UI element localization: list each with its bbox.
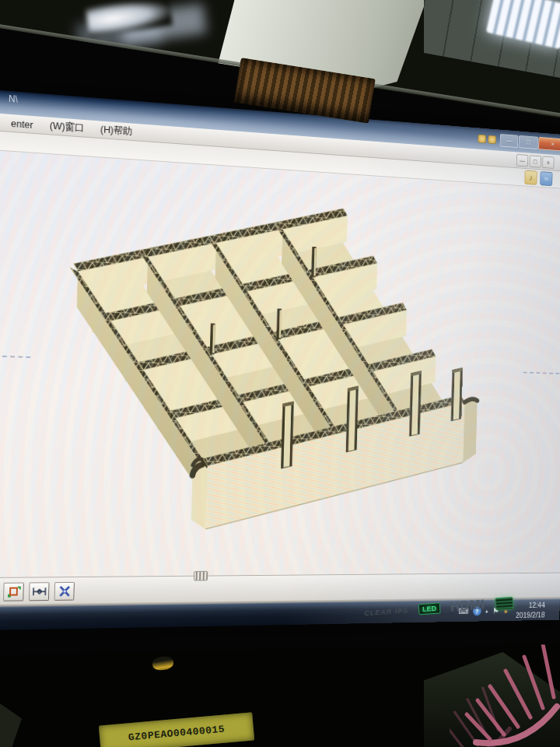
close-button[interactable]: ×	[538, 137, 560, 152]
measure-tool-button[interactable]	[29, 582, 50, 601]
desk-edge-sliver	[0, 703, 22, 747]
serial-number-text: GZ0PEAO00400015	[128, 723, 225, 743]
led-badge: LED	[418, 602, 441, 615]
double-arrow-icon	[31, 584, 47, 598]
3d-model-cardboard-lattice	[40, 185, 488, 542]
hdmi-logo: HDMI	[450, 598, 485, 614]
child-minimize-button[interactable]: —	[516, 154, 529, 167]
fit-box-icon	[5, 585, 21, 599]
menu-item-window[interactable]: (W)窗口	[50, 119, 85, 135]
pink-comb	[450, 640, 560, 747]
desk-area: GZ0PEAO00400015	[0, 644, 560, 747]
mdi-child-controls: — □ ×	[516, 154, 555, 169]
window-controls: — □ ×	[500, 134, 560, 152]
child-close-button[interactable]: ×	[542, 156, 554, 169]
toolbar-grip[interactable]	[194, 571, 208, 581]
menu-item-center[interactable]: enter	[11, 117, 33, 130]
ceiling-light-left	[86, 0, 173, 37]
child-restore-button[interactable]: □	[529, 155, 541, 167]
clock-date: 2019/2/18	[516, 610, 545, 620]
titlebar-extra-icons	[478, 135, 496, 145]
tool-buttons	[0, 582, 75, 601]
photo-of-monitor: N\ — □ × enter (W)窗口 (H)帮助 — □ × ♪	[0, 0, 560, 747]
construction-centerline-right	[523, 372, 560, 374]
maximize-button[interactable]: □	[519, 135, 538, 149]
amber-dot-icon	[478, 135, 486, 144]
construction-centerline-left	[0, 355, 30, 358]
menu-item-help[interactable]: (H)帮助	[100, 123, 133, 139]
small-yellow-object	[152, 655, 174, 672]
delete-tool-button[interactable]	[54, 582, 75, 601]
model-right-end-wall	[463, 399, 477, 463]
cad-application-window: N\ — □ × enter (W)窗口 (H)帮助 — □ × ♪	[0, 89, 560, 631]
blue-x-icon	[57, 584, 72, 598]
cad-viewport[interactable]	[0, 149, 560, 577]
amber-dot-icon	[488, 135, 496, 145]
serial-number-label: GZ0PEAO00400015	[99, 712, 254, 747]
clear-ips-label: CLEAR IPS	[364, 606, 409, 617]
note-icon[interactable]: ♪	[524, 170, 537, 185]
green-energy-badge	[495, 597, 513, 611]
toolbar-right-icons: ♪ ≈	[524, 170, 552, 186]
fit-view-tool-button[interactable]	[3, 583, 24, 601]
minimize-button[interactable]: —	[500, 134, 519, 148]
window-title-fragment: N\	[9, 93, 18, 105]
wave-icon[interactable]: ≈	[540, 171, 552, 186]
